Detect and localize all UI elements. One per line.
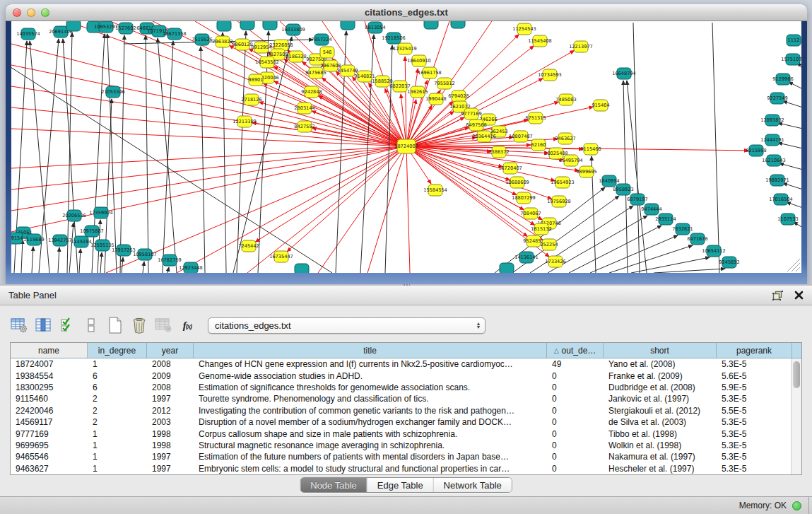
network-node[interactable]: 1112 xyxy=(787,35,801,46)
network-node[interactable]: 9899695 xyxy=(576,166,596,177)
network-node[interactable]: 16033809 xyxy=(281,24,305,35)
network-node[interactable]: 10688609 xyxy=(505,177,529,188)
tab-edge-table[interactable]: Edge Table xyxy=(367,478,434,492)
network-node[interactable]: 14136141 xyxy=(514,252,539,263)
table-row[interactable]: 1456911722003Disruption of a novel membe… xyxy=(11,416,801,428)
network-node[interactable]: 915404 xyxy=(592,100,609,111)
network-node[interactable]: 1527602 xyxy=(115,23,136,34)
network-node[interactable]: 10958107 xyxy=(133,249,157,260)
network-node[interactable]: 11545408 xyxy=(528,35,552,47)
table-row[interactable]: 1830029562008Estimation of significance … xyxy=(11,382,801,393)
network-node[interactable]: 13942757 xyxy=(48,235,72,246)
network-node[interactable]: 18724007 xyxy=(394,139,418,153)
tab-network-table[interactable]: Network Table xyxy=(434,478,512,492)
network-canvas[interactable]: 1403557420691406106532971527602646610210… xyxy=(11,21,801,273)
table-header-row[interactable]: namein_degreeyeartitle△out_de…shortpager… xyxy=(11,343,801,358)
network-node[interactable]: 16961758 xyxy=(418,67,442,78)
column-header-in_degree[interactable]: in_degree xyxy=(88,343,147,358)
column-header-name[interactable]: name xyxy=(11,343,88,358)
canvas-resize-grip-icon[interactable] xyxy=(787,259,800,271)
network-node[interactable]: 1990448 xyxy=(425,93,446,105)
select-columns-icon[interactable] xyxy=(55,315,79,336)
network-node[interactable]: 15584554 xyxy=(423,185,447,196)
close-panel-icon[interactable] xyxy=(791,288,806,303)
network-node[interactable]: 19654923 xyxy=(551,177,575,188)
network-window-titlebar[interactable]: citations_edges.txt xyxy=(6,4,807,21)
network-node[interactable]: 98901 xyxy=(249,74,264,86)
column-header-pagerank[interactable]: pagerank xyxy=(717,343,792,358)
minimize-window-icon[interactable] xyxy=(27,8,35,17)
table-row[interactable]: 946362711997Embryonic stem cells: a mode… xyxy=(11,463,801,474)
network-node[interactable]: 9463627 xyxy=(555,133,575,144)
network-node[interactable]: 2803144 xyxy=(294,103,314,114)
network-node[interactable]: 8751315 xyxy=(525,112,546,124)
network-node[interactable] xyxy=(240,21,254,30)
table-select-dropdown[interactable]: citations_edges.txt ▲▼ xyxy=(208,317,486,334)
zoom-window-icon[interactable] xyxy=(41,8,49,17)
float-panel-icon[interactable] xyxy=(770,288,785,303)
network-node[interactable]: 62160 xyxy=(531,139,546,151)
network-node[interactable]: 9245652 xyxy=(719,257,739,268)
network-node[interactable] xyxy=(451,21,465,28)
show-columns-icon[interactable] xyxy=(31,315,55,336)
network-node[interactable]: 12213389 xyxy=(233,116,257,127)
table-row[interactable]: 1872400712008Changes of HCN gene express… xyxy=(11,358,801,370)
table-row[interactable]: 2242004622012Investigating the contribut… xyxy=(11,405,801,416)
network-node[interactable] xyxy=(263,21,277,30)
network-node[interactable]: 10654112 xyxy=(702,245,726,257)
table-row[interactable]: 911546021997Tourette syndrome. Phenomeno… xyxy=(11,393,801,404)
network-node[interactable]: 16210643 xyxy=(762,155,786,166)
network-node[interactable]: 16782759 xyxy=(158,255,182,266)
network-node[interactable]: 8215958 xyxy=(746,145,766,156)
create-column-icon[interactable] xyxy=(103,315,127,336)
row-height-icon[interactable] xyxy=(79,315,103,336)
close-window-icon[interactable] xyxy=(13,8,21,17)
network-node[interactable]: 2935114 xyxy=(655,214,676,225)
network-node[interactable]: 18640910 xyxy=(407,55,431,66)
network-node[interactable] xyxy=(424,21,438,29)
network-node[interactable]: 7632621 xyxy=(672,223,693,235)
network-node[interactable]: 9227349 xyxy=(767,93,787,104)
network-node[interactable]: 12213977 xyxy=(569,41,593,52)
network-node[interactable]: 12923448 xyxy=(179,262,203,273)
node-table[interactable]: namein_degreeyeartitle△out_de…shortpager… xyxy=(10,342,802,475)
network-node[interactable]: 1840954 xyxy=(599,175,619,187)
function-builder-icon[interactable]: f(x) xyxy=(175,315,199,336)
table-body[interactable]: 1872400712008Changes of HCN gene express… xyxy=(11,358,801,474)
network-node[interactable]: 6879197 xyxy=(627,194,647,205)
column-header-short[interactable]: short xyxy=(604,343,717,358)
network-node[interactable]: 19756928 xyxy=(547,196,571,207)
network-node[interactable]: 7485083 xyxy=(555,94,576,105)
network-node[interactable]: 12505135 xyxy=(90,240,114,251)
network-node[interactable]: 12093832 xyxy=(760,115,784,126)
network-node[interactable]: 7857224 xyxy=(311,34,331,45)
network-node[interactable]: 17359924 xyxy=(89,207,113,218)
table-row[interactable]: 969969511998Structural magnetic resonanc… xyxy=(11,440,801,451)
table-vertical-scrollbar[interactable] xyxy=(791,358,801,474)
network-node[interactable]: 1145194 xyxy=(71,236,91,247)
network-node[interactable]: 7515526 xyxy=(192,34,212,45)
column-header-out_de[interactable]: △out_de… xyxy=(547,343,604,358)
table-row[interactable]: 1938455462009Genome-wide association stu… xyxy=(11,370,801,381)
network-node[interactable]: 8186328 xyxy=(286,51,306,62)
network-node[interactable] xyxy=(66,21,81,31)
network-node[interactable]: 8471676 xyxy=(687,233,707,245)
network-node[interactable]: 6794028 xyxy=(448,90,469,102)
network-node[interactable] xyxy=(295,264,309,273)
delete-column-icon[interactable] xyxy=(127,315,151,336)
network-node[interactable]: 9115460 xyxy=(580,144,601,155)
network-node[interactable]: 8958923 xyxy=(613,184,633,195)
network-node[interactable]: 14035574 xyxy=(16,28,40,40)
network-node[interactable]: 9474444 xyxy=(641,204,661,215)
network-node[interactable]: 8427552 xyxy=(294,121,314,132)
table-row[interactable]: 946554611997Estimation of the future num… xyxy=(11,451,801,462)
network-node[interactable]: 12444191 xyxy=(760,134,784,146)
table-row[interactable]: 977716911998Corpus callosum shape and si… xyxy=(11,428,801,439)
network-node[interactable]: 1733426 xyxy=(545,256,565,267)
network-node[interactable] xyxy=(341,21,355,30)
network-node[interactable]: 39154 xyxy=(11,233,23,244)
scrollbar-thumb[interactable] xyxy=(793,361,800,388)
network-node[interactable]: 12325419 xyxy=(393,43,417,54)
network-node[interactable]: 7245442 xyxy=(238,240,259,252)
network-node[interactable]: 546 xyxy=(320,47,334,58)
